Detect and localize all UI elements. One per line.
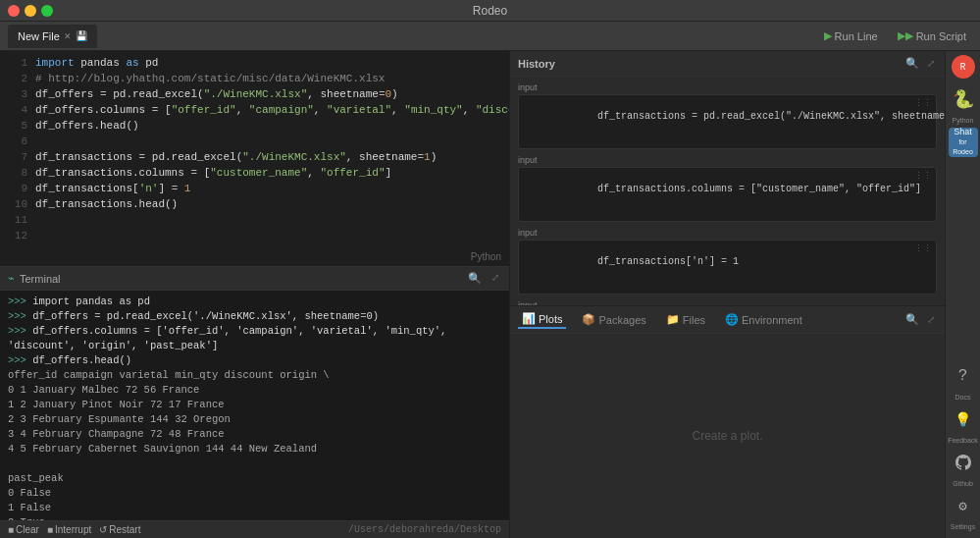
maximize-button[interactable] <box>41 5 53 17</box>
restart-button[interactable]: ↺ Restart <box>99 524 140 535</box>
terminal-expand-icon[interactable]: ⤢ <box>490 270 501 287</box>
terminal-output-line: 3 4 February Champagne 72 48 France <box>8 427 501 442</box>
sidebar-item-github[interactable]: Github <box>949 448 978 487</box>
terminal-arrow-icon: ⌁ <box>8 272 15 285</box>
main-content: 1 import pandas as pd 2 # http://blog.yh… <box>0 51 980 538</box>
terminal-output-line: 1 2 January Pinot Noir 72 17 France <box>8 398 501 412</box>
python-lang-icon[interactable]: 🐍 <box>949 84 978 114</box>
feedback-icon[interactable]: 💡 <box>949 404 978 434</box>
history-input-label-2: input <box>518 155 937 165</box>
environment-tab[interactable]: 🌐 Environment <box>721 311 806 328</box>
minimize-button[interactable] <box>25 5 36 17</box>
environment-icon: 🌐 <box>725 313 739 326</box>
sidebar-item-python[interactable]: 🐍 Python <box>949 84 978 124</box>
terminal-panel: ⌁ Terminal 🔍 ⤢ >>> import pandas as pd >… <box>0 267 509 538</box>
history-search-icon[interactable]: 🔍 <box>903 55 921 72</box>
sidebar-item-settings[interactable]: ⚙ Settings <box>949 491 978 530</box>
bottom-right-panel: 📊 Plots 📦 Packages 📁 Files 🌐 Environment… <box>510 306 945 538</box>
rodeo-logo-icon[interactable]: R <box>952 55 975 79</box>
run-line-button[interactable]: ▶ Run Line <box>818 27 884 44</box>
sidebar-item-docs[interactable]: ? Docs <box>949 361 978 401</box>
code-line-3: 3 df_offers = pd.read_excel("./WineKMC.x… <box>0 86 509 102</box>
new-file-tab-label: New File <box>18 30 60 42</box>
python-icon-label: Python <box>953 117 974 124</box>
clear-button[interactable]: ■ Clear <box>8 524 39 535</box>
block-icons-2: ⋮⋮ <box>914 171 932 182</box>
close-button[interactable] <box>8 5 20 17</box>
terminal-content[interactable]: >>> import pandas as pd >>> df_offers = … <box>0 291 509 520</box>
code-line-2: 2 # http://blog.yhathq.com/static/misc/d… <box>0 71 509 86</box>
clear-square-icon: ■ <box>8 524 14 535</box>
sidebar-item-chat[interactable]: Shatfor Rodeo <box>949 128 978 159</box>
history-expand-icon[interactable]: ⤢ <box>925 56 937 72</box>
chat-shat-icon[interactable]: Shatfor Rodeo <box>949 128 978 157</box>
history-content[interactable]: input df_transactions = pd.read_excel(".… <box>510 77 945 305</box>
plot-area: Create a plot. <box>510 334 945 538</box>
history-item-3: input df_transactions['n'] = 1 ⋮⋮ <box>518 228 937 295</box>
plots-tab[interactable]: 📊 Plots <box>518 310 566 329</box>
terminal-header: ⌁ Terminal 🔍 ⤢ <box>0 267 509 291</box>
plots-header-icons: 🔍 ⤢ <box>903 311 937 328</box>
terminal-output-line: offer_id campaign varietal min_qty disco… <box>8 368 501 383</box>
settings-gear-icon[interactable]: ⚙ <box>949 491 978 520</box>
terminal-output-line: past_peak <box>8 471 501 486</box>
code-editor[interactable]: 1 import pandas as pd 2 # http://blog.yh… <box>0 51 509 267</box>
code-line-10: 10 df_transactions.head() <box>0 196 509 212</box>
terminal-line: >>> df_offers.columns = ['offer_id', 'ca… <box>8 324 501 353</box>
history-input-label-4: input <box>518 300 937 305</box>
sidebar-item-feedback[interactable]: 💡 Feedback <box>948 404 978 444</box>
plot-placeholder: Create a plot. <box>692 429 762 443</box>
interrupt-button[interactable]: ■ Interrupt <box>47 524 91 535</box>
code-line-5: 5 df_offers.head() <box>0 118 509 134</box>
play-icon: ▶ <box>824 29 832 42</box>
terminal-line: >>> df_offers = pd.read_excel('./WineKMC… <box>8 309 501 324</box>
top-toolbar: New File ✕ 💾 ▶ Run Line ▶▶ Run Script <box>0 22 980 51</box>
run-line-label: Run Line <box>835 30 878 42</box>
code-line-8: 8 df_transactions.columns = ["customer_n… <box>0 165 509 181</box>
history-item-1: input df_transactions = pd.read_excel(".… <box>518 82 937 149</box>
close-tab-icon[interactable]: ✕ <box>64 31 72 41</box>
save-icon[interactable]: 💾 <box>76 30 87 41</box>
history-title: History <box>518 58 555 70</box>
feedback-label: Feedback <box>948 437 978 444</box>
window-title: Rodeo <box>473 4 507 18</box>
code-line-7: 7 df_transactions = pd.read_excel("./Win… <box>0 149 509 165</box>
history-item-4: input df_transactions.head() ⋮⋮ <box>518 300 937 305</box>
history-header-icons: 🔍 ⤢ <box>903 55 937 72</box>
restart-icon: ↺ <box>99 524 107 535</box>
environment-tab-label: Environment <box>742 314 802 326</box>
docs-icon[interactable]: ? <box>949 361 978 391</box>
interrupt-square-icon: ■ <box>47 524 53 535</box>
titlebar: Rodeo <box>0 0 980 22</box>
block-icons-3: ⋮⋮ <box>914 243 932 254</box>
run-script-button[interactable]: ▶▶ Run Script <box>892 27 972 44</box>
terminal-output-line: 0 1 January Malbec 72 56 France <box>8 383 501 398</box>
packages-tab[interactable]: 📦 Packages <box>578 311 649 328</box>
terminal-output-line <box>8 457 501 471</box>
history-code-block-3: df_transactions['n'] = 1 ⋮⋮ <box>518 240 937 295</box>
github-label: Github <box>953 480 973 487</box>
history-item-2: input df_transactions.columns = ["custom… <box>518 155 937 222</box>
code-line-11: 11 <box>0 212 509 228</box>
terminal-title-label: Terminal <box>20 273 61 285</box>
right-panel: History 🔍 ⤢ input df_transactions = pd.r… <box>510 51 945 538</box>
files-tab[interactable]: 📁 Files <box>662 311 709 328</box>
left-panel: 1 import pandas as pd 2 # http://blog.yh… <box>0 51 510 538</box>
terminal-line: >>> df_offers.head() <box>8 353 501 368</box>
plots-expand-icon[interactable]: ⤢ <box>925 312 937 328</box>
clear-label: Clear <box>16 524 39 535</box>
terminal-output-line: 2 3 February Espumante 144 32 Oregon <box>8 412 501 427</box>
sidebar-item-rodeo: R <box>952 55 975 81</box>
editor-content: 1 import pandas as pd 2 # http://blog.yh… <box>0 51 509 247</box>
code-line-1: 1 import pandas as pd <box>0 55 509 71</box>
new-file-tab[interactable]: New File ✕ 💾 <box>8 25 97 48</box>
settings-label: Settings <box>951 523 975 530</box>
plots-panel-header: 📊 Plots 📦 Packages 📁 Files 🌐 Environment… <box>510 306 945 334</box>
language-label: Python <box>471 251 501 262</box>
github-icon[interactable] <box>949 448 978 477</box>
terminal-title: ⌁ Terminal <box>8 272 61 285</box>
window-controls <box>8 5 53 17</box>
terminal-search-icon[interactable]: 🔍 <box>466 270 484 287</box>
files-tab-label: Files <box>683 314 705 326</box>
plots-search-icon[interactable]: 🔍 <box>903 311 921 328</box>
